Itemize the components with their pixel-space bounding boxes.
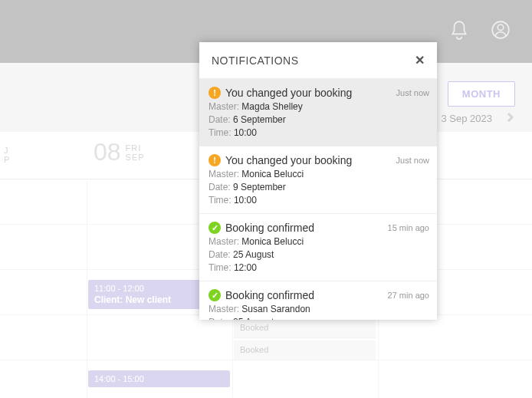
warning-icon: !: [209, 87, 221, 99]
notifications-header: NOTIFICATIONS ✕: [199, 42, 437, 78]
notification-detail: Time: 12:00: [209, 262, 428, 273]
notification-item[interactable]: ✓Booking confirmedMaster: Susan Sarandon…: [199, 281, 437, 320]
notification-timestamp: 27 min ago: [388, 291, 429, 300]
notification-item[interactable]: ✓Booking confirmedMaster: Monica Belucci…: [199, 214, 437, 281]
notification-title-text: Booking confirmed: [225, 289, 314, 301]
notification-title-text: You changed your booking: [225, 154, 352, 166]
notification-detail: Time: 10:00: [209, 127, 428, 138]
notification-timestamp: Just now: [396, 88, 429, 97]
notification-detail: Master: Susan Sarandon: [209, 304, 428, 314]
booked-slot[interactable]: Booked: [234, 318, 376, 338]
check-icon: ✓: [209, 222, 221, 234]
notification-detail: Date: 6 September: [209, 114, 428, 125]
date-range: 3 Sep 2023: [441, 113, 515, 124]
close-icon[interactable]: ✕: [415, 53, 425, 67]
chevron-right-icon[interactable]: [506, 113, 515, 124]
date-range-text: 3 Sep 2023: [441, 113, 492, 124]
notification-item[interactable]: !You changed your bookingMaster: Monica …: [199, 146, 437, 214]
day-number: 08: [94, 138, 121, 166]
check-icon: ✓: [209, 289, 221, 301]
svg-point-1: [498, 25, 504, 31]
notification-item[interactable]: !You changed your bookingMaster: Magda S…: [199, 79, 437, 146]
notification-detail: Master: Magda Shelley: [209, 101, 428, 112]
calendar-event[interactable]: 14:00 - 15:00: [88, 370, 230, 387]
profile-icon[interactable]: [491, 20, 511, 43]
notification-title-text: Booking confirmed: [225, 222, 314, 234]
notifications-list[interactable]: !You changed your bookingMaster: Magda S…: [199, 78, 437, 320]
day-header-08: 08 FRI SEP: [94, 138, 145, 166]
event-time: 14:00 - 15:00: [94, 374, 224, 383]
notifications-title: NOTIFICATIONS: [212, 54, 299, 67]
notifications-panel: NOTIFICATIONS ✕ !You changed your bookin…: [199, 42, 437, 320]
notification-detail: Date: 25 August: [209, 317, 428, 320]
warning-icon: !: [209, 154, 221, 166]
notification-detail: Master: Monica Belucci: [209, 169, 428, 179]
notification-detail: Time: 10:00: [209, 195, 428, 206]
month-button[interactable]: MONTH: [448, 81, 515, 107]
bell-icon[interactable]: [449, 20, 469, 43]
notification-title-text: You changed your booking: [225, 87, 352, 99]
booked-slot[interactable]: Booked: [234, 340, 376, 360]
notification-timestamp: 15 min ago: [388, 223, 429, 232]
notification-detail: Date: 9 September: [209, 182, 428, 192]
notification-timestamp: Just now: [396, 156, 429, 165]
day-of-week: FRI SEP: [126, 143, 145, 162]
notification-detail: Master: Monica Belucci: [209, 236, 428, 247]
day-partial-left: J P: [4, 146, 10, 164]
notification-detail: Date: 25 August: [209, 249, 428, 260]
